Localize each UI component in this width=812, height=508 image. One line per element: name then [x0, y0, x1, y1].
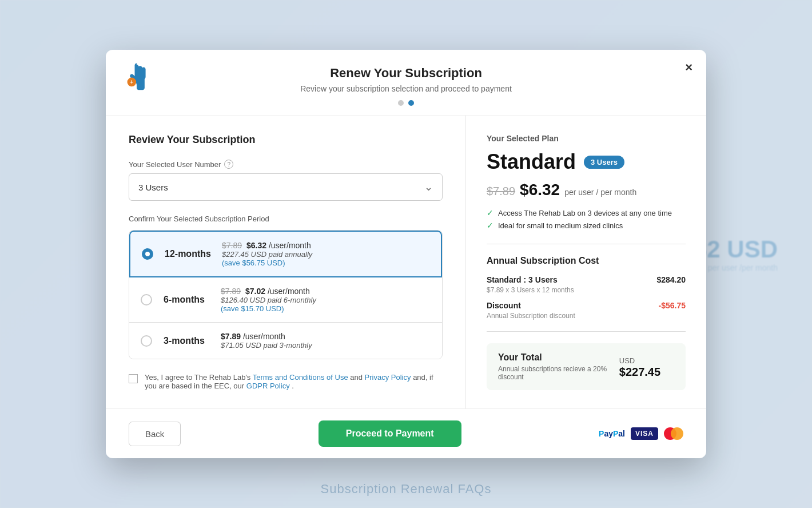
review-section-title: Review Your Subscription	[129, 134, 443, 146]
save-6months: (save $15.70 USD)	[221, 304, 431, 313]
desc-12months: $227.45 USD paid annually	[222, 250, 429, 259]
user-number-help-icon[interactable]: ?	[224, 160, 233, 169]
cost-value-discount: -$56.75	[659, 301, 686, 310]
plan-original-price: $7.89	[487, 185, 515, 198]
period-12months: 12-months	[165, 249, 222, 259]
right-panel: Your Selected Plan Standard 3 Users $7.8…	[466, 116, 706, 408]
total-label: Your Total	[498, 352, 619, 363]
modal-header: + Renew Your Subscription Review your su…	[106, 50, 706, 116]
pricing-6months: $7.89 $7.02 /user/month $126.40 USD paid…	[221, 287, 431, 313]
subscription-option-3months[interactable]: 3-months $7.89 /user/month $71.05 USD pa…	[129, 323, 442, 359]
original-price-6months: $7.89	[221, 287, 241, 296]
svg-text:+: +	[130, 79, 133, 85]
privacy-link[interactable]: Privacy Policy	[365, 373, 411, 382]
pricing-3months: $7.89 /user/month $71.05 USD paid 3-mont…	[221, 332, 431, 350]
agreement-text: Yes, I agree to The Rehab Lab's Terms an…	[145, 373, 443, 390]
visa-icon: VISA	[631, 427, 658, 440]
total-box: Your Total Annual subscriptions recieve …	[487, 343, 686, 390]
bottom-faq-text: Subscription Renewal FAQs	[0, 482, 812, 497]
mastercard-icon	[664, 427, 683, 440]
agreement-checkbox[interactable]	[129, 374, 138, 383]
user-number-value: 3 Users	[138, 182, 168, 192]
divider-2	[487, 331, 686, 332]
plan-current-price: $6.32	[520, 181, 560, 199]
discounted-price-6months: $7.02	[245, 287, 265, 296]
save-12months: (save $56.75 USD)	[222, 259, 429, 267]
paypal-icon: PayPal	[599, 429, 625, 438]
desc-6months: $126.40 USD paid 6-monthly	[221, 296, 431, 304]
cost-label-standard: Standard : 3 Users	[487, 275, 558, 284]
discounted-price-12months: $6.32	[246, 241, 266, 250]
your-selected-plan-label: Your Selected Plan	[487, 134, 686, 143]
plan-feature-2: ✓ Ideal for small to medium sized clinic…	[487, 221, 686, 230]
pricing-12months: $7.89 $6.32 /user/month $227.45 USD paid…	[222, 241, 429, 267]
desc-3months: $71.05 USD paid 3-monthly	[221, 341, 431, 350]
total-left: Your Total Annual subscriptions recieve …	[498, 352, 619, 381]
total-sub: Annual subscriptions recieve a 20% disco…	[498, 365, 619, 381]
cost-sub-standard: $7.89 x 3 Users x 12 months	[487, 286, 686, 294]
proceed-to-payment-button[interactable]: Proceed to Payment	[319, 420, 461, 447]
price-line-6months: $7.89 $7.02 /user/month	[221, 287, 431, 296]
step-dot-1	[398, 100, 404, 106]
feature-text-2: Ideal for small to medium sized clinics	[498, 221, 623, 230]
close-button[interactable]: ×	[685, 61, 692, 74]
subscription-modal: + Renew Your Subscription Review your su…	[106, 50, 706, 458]
chevron-down-icon: ⌄	[424, 181, 433, 193]
cost-row-discount: Discount -$56.75 Annual Subscription dis…	[487, 301, 686, 320]
payment-icons: PayPal VISA	[599, 427, 683, 440]
agreement-section: Yes, I agree to The Rehab Lab's Terms an…	[129, 373, 443, 390]
user-number-select[interactable]: 3 Users ⌄	[129, 173, 443, 201]
radio-12months	[142, 248, 153, 260]
back-button[interactable]: Back	[129, 422, 181, 446]
annual-cost-title: Annual Subscription Cost	[487, 256, 686, 266]
radio-3months	[141, 335, 152, 347]
plan-name: Standard	[487, 150, 576, 174]
per-unit-6months: /user/month	[268, 287, 310, 296]
check-icon-2: ✓	[487, 221, 493, 230]
total-currency: USD	[619, 356, 635, 365]
per-unit-12months: /user/month	[269, 241, 311, 250]
left-panel: Review Your Subscription Your Selected U…	[106, 116, 466, 408]
gdpr-link[interactable]: GDPR Policy	[246, 382, 290, 390]
feature-text-1: Access The Rehab Lab on 3 devices at any…	[498, 209, 672, 217]
discounted-price-3months: $7.89	[221, 332, 241, 341]
total-amount: $227.45	[619, 366, 660, 378]
cost-label-discount: Discount	[487, 301, 521, 310]
price-line-3months: $7.89 /user/month	[221, 332, 431, 341]
plan-price-period: per user / per month	[564, 188, 636, 197]
subscription-options: 12-months $7.89 $6.32 /user/month $227.4…	[129, 230, 443, 359]
original-price-12months: $7.89	[222, 241, 242, 250]
terms-link[interactable]: Terms and Conditions of Use	[253, 373, 348, 382]
plan-badge: 3 Users	[584, 156, 624, 169]
plan-feature-1: ✓ Access The Rehab Lab on 3 devices at a…	[487, 208, 686, 217]
divider-1	[487, 244, 686, 244]
plan-features: ✓ Access The Rehab Lab on 3 devices at a…	[487, 208, 686, 230]
modal-footer: Back Proceed to Payment PayPal VISA	[106, 408, 706, 458]
logo-hand-icon: +	[122, 61, 152, 91]
subscription-period-label: Confirm Your Selected Subscription Perio…	[129, 215, 443, 223]
price-line-12months: $7.89 $6.32 /user/month	[222, 241, 429, 250]
cost-row-standard: Standard : 3 Users $284.20 $7.89 x 3 Use…	[487, 275, 686, 294]
per-unit-3months: /user/month	[243, 332, 285, 341]
step-indicators	[129, 100, 683, 106]
step-dot-2	[408, 100, 414, 106]
user-number-label: Your Selected User Number ?	[129, 160, 443, 169]
cost-sub-discount: Annual Subscription discount	[487, 312, 686, 320]
total-right: USD $227.45	[619, 355, 674, 379]
cost-value-standard: $284.20	[656, 275, 686, 284]
period-3months: 3-months	[164, 336, 221, 346]
plan-price-row: $7.89 $6.32 per user / per month	[487, 181, 686, 199]
check-icon-1: ✓	[487, 208, 493, 217]
radio-6months	[141, 294, 152, 305]
period-6months: 6-months	[164, 295, 221, 305]
subscription-option-12months[interactable]: 12-months $7.89 $6.32 /user/month $227.4…	[129, 231, 442, 277]
subscription-option-6months[interactable]: 6-months $7.89 $7.02 /user/month $126.40…	[129, 277, 442, 323]
modal-title: Renew Your Subscription	[129, 66, 683, 81]
modal-logo: +	[122, 61, 152, 93]
modal-body: Review Your Subscription Your Selected U…	[106, 116, 706, 408]
modal-subtitle: Review your subscription selection and p…	[129, 84, 683, 93]
plan-name-row: Standard 3 Users	[487, 150, 686, 174]
